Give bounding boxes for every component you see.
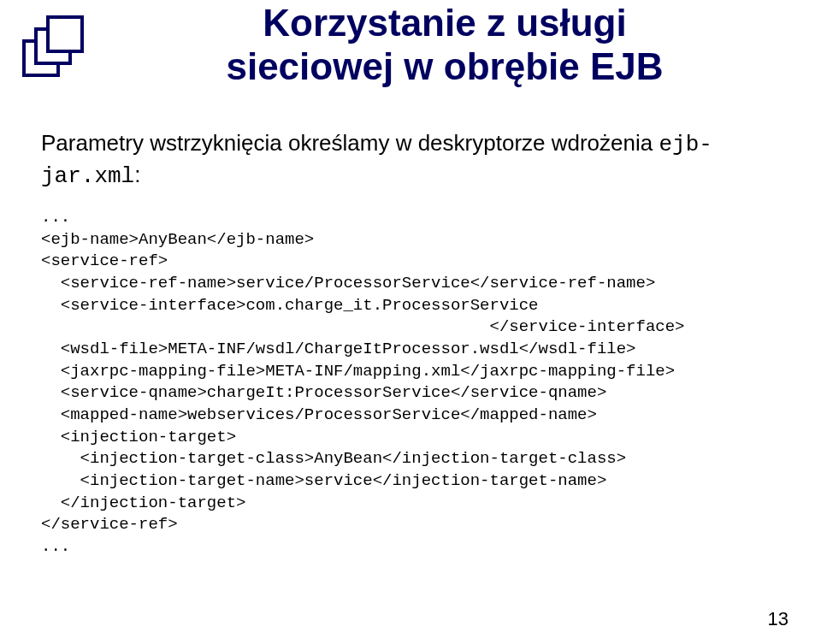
title-line-1: Korzystanie z usługi [103,2,787,45]
slide-title: Korzystanie z usługi sieciowej w obrębie… [103,2,787,88]
logo-icon [22,15,99,92]
code-block: ... <ejb-name>AnyBean</ejb-name> <servic… [41,207,780,558]
intro-suffix: : [134,162,140,187]
slide-body: Parametry wstrzyknięcia określamy w desk… [41,128,780,558]
intro-paragraph: Parametry wstrzyknięcia określamy w desk… [41,128,780,192]
title-line-2: sieciowej w obrębie EJB [103,45,787,89]
intro-text: Parametry wstrzyknięcia określamy w desk… [41,130,659,156]
page-number: 13 [768,608,789,630]
